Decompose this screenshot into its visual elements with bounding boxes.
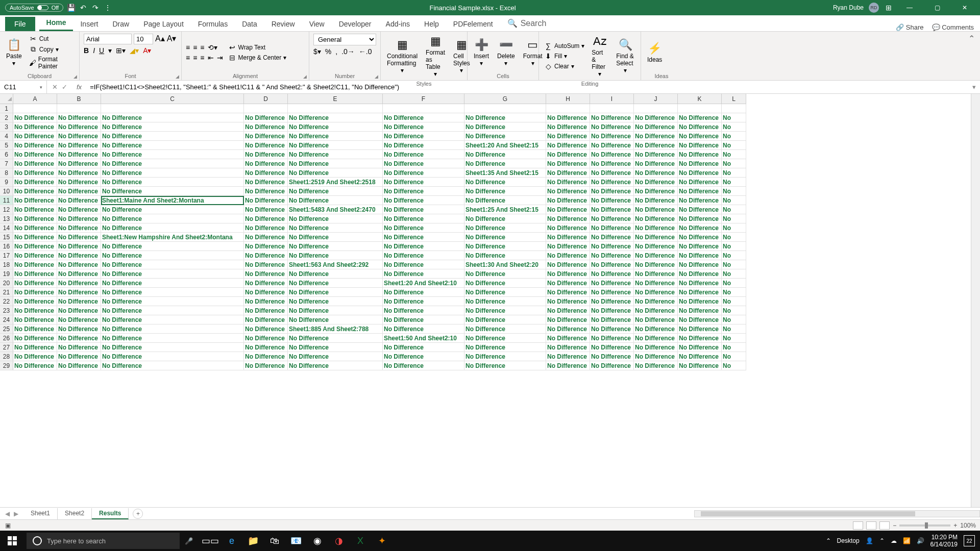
cell[interactable]: No Difference [464, 352, 546, 361]
vertical-scrollbar[interactable] [971, 94, 980, 507]
sheet-tab-sheet1[interactable]: Sheet1 [23, 508, 58, 519]
cell[interactable]: No Difference [288, 343, 383, 352]
enter-formula-icon[interactable]: ✓ [62, 83, 67, 91]
cell[interactable]: No Difference [634, 141, 678, 150]
cell[interactable]: No Difference [590, 132, 634, 141]
italic-button[interactable]: I [93, 46, 95, 55]
cell[interactable]: No Difference [590, 251, 634, 260]
cell[interactable]: No Difference [546, 297, 590, 306]
onedrive-icon[interactable]: ☁ [891, 537, 897, 544]
cell[interactable]: No Difference [244, 279, 288, 288]
cell[interactable]: No Difference [57, 324, 101, 334]
row-header[interactable]: 27 [0, 343, 13, 352]
cell[interactable]: No Difference [383, 233, 464, 242]
cell[interactable]: Sheet1:35 And Sheet2:15 [464, 168, 546, 178]
cell[interactable]: No Difference [590, 279, 634, 288]
cell[interactable]: No Difference [634, 297, 678, 306]
cell[interactable]: No Difference [101, 159, 244, 168]
cell[interactable]: No Difference [57, 205, 101, 214]
cell[interactable]: No Difference [288, 269, 383, 279]
cell[interactable]: No Difference [13, 132, 57, 141]
cell[interactable]: No Difference [13, 122, 57, 132]
ribbon-tab-add-ins[interactable]: Add-ins [379, 17, 417, 31]
cell[interactable]: No Difference [546, 242, 590, 251]
cell[interactable]: No Difference [13, 141, 57, 150]
cell[interactable]: No [722, 279, 746, 288]
cell[interactable]: Sheet1:New Hampshire And Sheet2:Montana [101, 233, 244, 242]
zoom-in-button[interactable]: + [953, 522, 957, 529]
cell[interactable]: No Difference [101, 150, 244, 159]
cell[interactable]: No Difference [13, 168, 57, 178]
page-layout-view-button[interactable] [866, 521, 876, 530]
cell[interactable]: No Difference [678, 178, 722, 187]
cell[interactable]: No Difference [383, 306, 464, 315]
ideas-button[interactable]: ⚡Ideas [645, 41, 664, 64]
align-middle-icon[interactable]: ≡ [193, 43, 197, 52]
cell[interactable]: No Difference [590, 159, 634, 168]
cell[interactable]: No [722, 352, 746, 361]
cell[interactable]: No [722, 132, 746, 141]
cell[interactable]: No Difference [678, 187, 722, 196]
cell[interactable]: Sheet1:50 And Sheet2:10 [383, 334, 464, 343]
cell[interactable] [634, 104, 678, 113]
cell[interactable]: No Difference [590, 361, 634, 370]
clear-button[interactable]: ◇Clear ▾ [543, 62, 585, 71]
formula-input[interactable]: =IF(Sheet1!C11<>Sheet2!C11, "Sheet1:" & … [86, 83, 968, 91]
cell[interactable]: Sheet1:5483 And Sheet2:2470 [288, 205, 383, 214]
cell[interactable]: No Difference [244, 196, 288, 205]
cell[interactable]: No Difference [546, 251, 590, 260]
cell[interactable]: No Difference [464, 279, 546, 288]
cell[interactable]: No Difference [13, 352, 57, 361]
cell[interactable]: No Difference [101, 306, 244, 315]
cell[interactable]: No Difference [546, 324, 590, 334]
cell[interactable]: No Difference [57, 269, 101, 279]
maximize-button[interactable]: ▢ [926, 0, 948, 15]
ribbon-tab-insert[interactable]: Insert [73, 17, 105, 31]
row-header[interactable]: 4 [0, 132, 13, 141]
decrease-decimal-icon[interactable]: ←.0 [359, 47, 372, 56]
cell[interactable]: No Difference [383, 168, 464, 178]
cell[interactable]: No Difference [383, 113, 464, 122]
cell[interactable]: No Difference [546, 141, 590, 150]
cell[interactable]: No Difference [546, 269, 590, 279]
cell[interactable]: No Difference [13, 361, 57, 370]
cell[interactable]: No Difference [634, 178, 678, 187]
ribbon-tab-help[interactable]: Help [417, 17, 446, 31]
cell[interactable]: No Difference [244, 141, 288, 150]
cell[interactable]: No Difference [244, 352, 288, 361]
cell[interactable]: No Difference [244, 168, 288, 178]
column-header[interactable]: A [13, 94, 57, 104]
mail-icon[interactable]: 📧 [289, 534, 303, 548]
cell[interactable]: No Difference [678, 251, 722, 260]
ribbon-tab-formulas[interactable]: Formulas [191, 17, 235, 31]
cell[interactable]: Sheet1:20 And Sheet2:10 [383, 279, 464, 288]
cell[interactable]: No Difference [546, 306, 590, 315]
cell[interactable]: No Difference [101, 178, 244, 187]
cell[interactable]: No Difference [383, 205, 464, 214]
cell[interactable]: No Difference [590, 187, 634, 196]
cell[interactable]: No Difference [678, 113, 722, 122]
align-top-icon[interactable]: ≡ [186, 43, 190, 52]
cell[interactable]: No [722, 178, 746, 187]
cell[interactable]: No Difference [383, 141, 464, 150]
cell[interactable]: No Difference [244, 260, 288, 269]
cell[interactable]: No Difference [678, 269, 722, 279]
cell[interactable]: No Difference [244, 233, 288, 242]
ribbon-display-icon[interactable]: ⊞ [884, 3, 893, 12]
find-select-button[interactable]: 🔍Find & Select▾ [614, 37, 636, 75]
cell[interactable]: No Difference [634, 196, 678, 205]
cell[interactable]: No Difference [101, 242, 244, 251]
cell[interactable]: No Difference [13, 242, 57, 251]
cell[interactable]: No Difference [57, 297, 101, 306]
cell[interactable]: No Difference [383, 132, 464, 141]
cell[interactable]: No Difference [634, 334, 678, 343]
cell[interactable]: No Difference [464, 361, 546, 370]
cell[interactable]: No Difference [546, 279, 590, 288]
insert-cells-button[interactable]: ➕Insert▾ [472, 37, 491, 68]
cell[interactable]: No Difference [634, 168, 678, 178]
column-header[interactable]: L [722, 94, 746, 104]
user-avatar[interactable]: RD [869, 3, 879, 13]
cell[interactable]: No Difference [590, 113, 634, 122]
cell[interactable]: No Difference [288, 306, 383, 315]
cell[interactable]: No Difference [464, 178, 546, 187]
